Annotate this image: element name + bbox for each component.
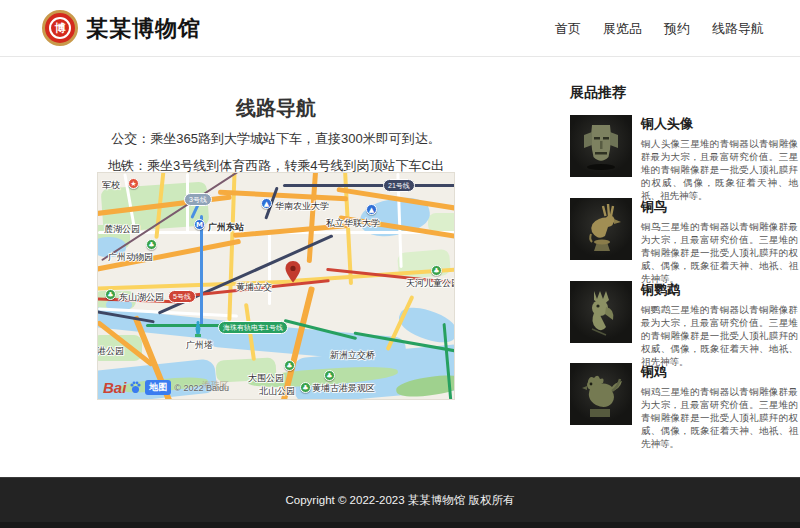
metro-line21-badge: 21号线 — [383, 179, 415, 192]
metro-line3 — [200, 215, 203, 327]
exhibit-title[interactable]: 铜鹦鹉 — [641, 281, 798, 299]
map-label-dongshanhu-park: 东山湖公园 — [119, 291, 164, 304]
footer-copyright: Copyright © 2022-2023 某某博物馆 版权所有 — [0, 493, 800, 508]
park-poi-icon[interactable]: ♣ — [284, 360, 295, 371]
map-label-canton-tower: 广州塔 — [186, 339, 213, 352]
bronze-parrot-image — [570, 281, 632, 343]
baidu-logo: Bai — [103, 379, 126, 396]
metro-station-icon[interactable]: M — [194, 219, 205, 230]
baidu-paw-icon — [129, 381, 142, 394]
metro-line3-badge: 3号线 — [184, 193, 212, 206]
bronze-rooster-image — [570, 363, 632, 425]
page-title: 线路导航 — [97, 95, 455, 122]
museum-logo-emblem: 博 — [49, 17, 71, 39]
museum-logo-icon[interactable]: 博 — [42, 10, 78, 46]
military-poi-icon[interactable]: ★ — [128, 178, 139, 189]
park-poi-icon[interactable]: ♣ — [324, 370, 335, 381]
exhibit-item-bronze-head[interactable]: 铜人头像 铜人头像三星堆的青铜器以青铜雕像群最为大宗，且最富研究价值。三星堆的青… — [570, 115, 798, 177]
main-nav: 首页 展览品 预约 线路导航 — [555, 0, 764, 57]
nav-item-route[interactable]: 线路导航 — [712, 20, 764, 38]
footer: Copyright © 2022-2023 某某博物馆 版权所有 — [0, 477, 800, 528]
map-label-east-station: 广州东站 — [208, 221, 244, 234]
site-title: 某某博物馆 — [86, 14, 201, 44]
map-label-xinzhou-overpass: 新洲立交桥 — [330, 349, 375, 362]
map-label-luhu-park: 麓湖公园 — [104, 223, 140, 236]
map-label-children-park: 天河儿童公园 — [406, 277, 455, 290]
park-poi-icon[interactable]: ♣ — [431, 265, 442, 276]
park-poi-icon[interactable]: ♣ — [105, 289, 116, 300]
university-poi-icon[interactable]: ▲ — [366, 204, 377, 215]
destination-pin-icon[interactable] — [285, 261, 301, 283]
bronze-bird-image — [570, 198, 632, 260]
nav-item-exhibits[interactable]: 展览品 — [603, 20, 642, 38]
bus-route-text: 公交：乘坐365路到大学城站下车，直接300米即可到达。 — [97, 130, 455, 148]
sidebar-recommended: 展品推荐 铜人头像 铜人头像三星堆的青铜器以青铜雕像群最为大宗，且最富研究价值。… — [570, 84, 798, 102]
baidu-map-chip: 地图 — [145, 380, 171, 395]
map-road — [268, 233, 271, 305]
exhibit-desc: 铜人头像三星堆的青铜器以青铜雕像群最为大宗，且最富研究价值。三星堆的青铜雕像群是… — [641, 137, 798, 202]
exhibit-desc: 铜鸡三星堆的青铜器以青铜雕像群最为大宗，且最富研究价值。三星堆的青铜雕像群是一批… — [641, 385, 798, 450]
map-label-military: 军校 — [102, 179, 120, 192]
map-label-zoo: 广州动物园 — [108, 251, 153, 264]
footer-bottom-strip — [0, 522, 800, 528]
park-poi-icon[interactable]: ♣ — [300, 382, 311, 393]
exhibit-title[interactable]: 铜鸡 — [641, 363, 798, 381]
map-label-huangpu-interchange: 黄埔立交 — [236, 281, 272, 294]
map-label-beishan-park: 北山公园 — [259, 385, 295, 398]
exhibit-desc: 铜鸟三星堆的青铜器以青铜雕像群最为大宗，且最富研究价值。三星堆的青铜雕像群是一批… — [641, 220, 798, 285]
zoo-poi-icon[interactable]: ♣ — [146, 239, 157, 250]
map-label-huangpu-ancient-port: 黄埔古港景观区 — [312, 382, 375, 395]
sidebar-heading: 展品推荐 — [570, 84, 798, 102]
exhibit-item-bronze-bird[interactable]: 铜鸟 铜鸟三星堆的青铜器以青铜雕像群最为大宗，且最富研究价值。三星堆的青铜雕像群… — [570, 198, 798, 260]
exhibit-title[interactable]: 铜鸟 — [641, 198, 798, 216]
baidu-attribution[interactable]: Bai 地图 © 2022 Baidu — [103, 379, 229, 396]
map-copyright: © 2022 Baidu — [174, 383, 229, 393]
header: 博 某某博物馆 首页 展览品 预约 线路导航 — [0, 0, 800, 57]
nav-item-booking[interactable]: 预约 — [664, 20, 690, 38]
canton-tower-icon[interactable] — [191, 321, 205, 338]
exhibit-desc: 铜鹦鹉三星堆的青铜器以青铜雕像群最为大宗，且最富研究价值。三星堆的青铜雕像群是一… — [641, 303, 798, 368]
map-label-hualian-univ: 私立华联大学 — [326, 217, 380, 230]
exhibit-item-bronze-rooster[interactable]: 铜鸡 铜鸡三星堆的青铜器以青铜雕像群最为大宗，且最富研究价值。三星堆的青铜雕像群… — [570, 363, 798, 425]
map-label-xiaogang-park: 晓港公园 — [97, 345, 124, 358]
baidu-map[interactable]: 3号线 21号线 5号线 海珠有轨电车1号线 ★ ♣ M ▲ ▲ ♣ ♣ ♣ ♣… — [97, 172, 455, 400]
bronze-head-image — [570, 115, 632, 177]
university-poi-icon[interactable]: ▲ — [261, 198, 272, 209]
metro-line5-badge: 5号线 — [168, 290, 196, 303]
nav-item-home[interactable]: 首页 — [555, 20, 581, 38]
metro-line21 — [283, 184, 455, 187]
tram-line1-badge: 海珠有轨电车1号线 — [218, 321, 288, 334]
exhibit-title[interactable]: 铜人头像 — [641, 115, 798, 133]
exhibit-item-bronze-parrot[interactable]: 铜鹦鹉 铜鹦鹉三星堆的青铜器以青铜雕像群最为大宗，且最富研究价值。三星堆的青铜雕… — [570, 281, 798, 343]
map-label-scau: 华南农业大学 — [275, 200, 329, 213]
map-label-dawei-park: 大围公园 — [248, 372, 284, 385]
